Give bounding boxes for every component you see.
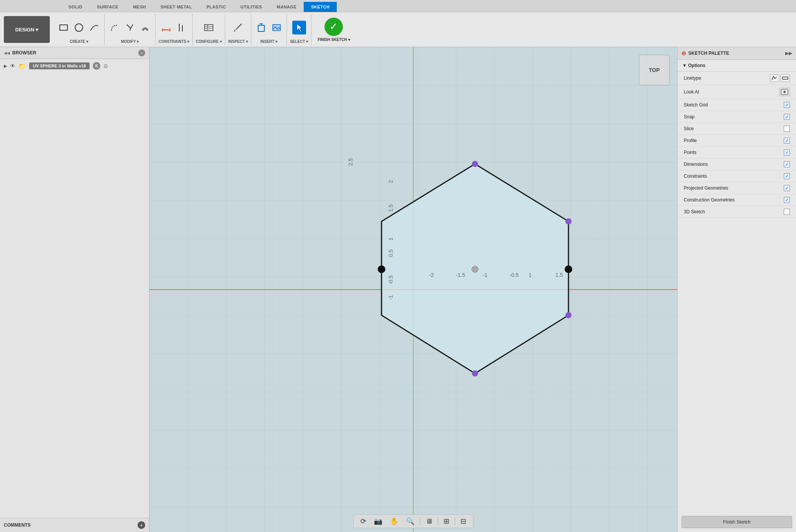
comments-label: COMMENTS <box>4 522 31 528</box>
inspect-label[interactable]: INSPECT ▾ <box>228 39 248 44</box>
view-cube-label: TOP <box>649 67 660 73</box>
select-tool[interactable] <box>292 21 306 34</box>
svg-line-3 <box>131 25 133 28</box>
projected-geometries-label: Projected Geometries <box>684 185 728 191</box>
linetype-option-1[interactable] <box>770 74 779 82</box>
trim-tool[interactable] <box>123 21 137 34</box>
finish-sketch-button[interactable]: ✓ FINISH SKETCH ▾ <box>311 14 356 45</box>
options-header[interactable]: ▼ Options <box>678 60 796 72</box>
vertex-bottom-right <box>565 312 572 318</box>
option-construction-geometries: Construction Geometries ✓ <box>678 194 796 206</box>
palette-expand-icon[interactable]: ▶▶ <box>785 51 792 56</box>
grid-label-15: 1.5 <box>388 204 394 212</box>
sketch-grid: 2.5 2 1.5 1 0.5 -0.5 -1 1 1.5 -0.5 -1 -1… <box>149 47 677 532</box>
design-dropdown[interactable]: DESIGN ▾ <box>4 16 50 43</box>
tab-manage[interactable]: MANAGE <box>269 2 304 12</box>
view-cube[interactable]: TOP <box>639 55 670 85</box>
tab-sketch[interactable]: SKETCH <box>304 2 337 12</box>
linetype-controls <box>770 74 790 82</box>
svg-rect-23 <box>149 47 677 532</box>
orbit-tool[interactable]: ⟳ <box>358 516 369 526</box>
left-bottom: COMMENTS + <box>0 518 149 532</box>
snap-label: Snap <box>684 114 694 119</box>
constraint-tool[interactable] <box>175 21 188 34</box>
linetype-option-2[interactable] <box>781 74 790 82</box>
grid-label-neg05: -0.5 <box>388 275 394 285</box>
dimension-tool[interactable] <box>159 21 173 34</box>
tab-solid[interactable]: SOLID <box>61 2 90 12</box>
display-mode[interactable]: 🖥 <box>423 517 435 526</box>
tab-mesh[interactable]: MESH <box>126 2 153 12</box>
points-checkbox[interactable]: ✓ <box>784 149 790 156</box>
view-options[interactable]: ⊟ <box>458 516 468 526</box>
target-icon[interactable]: ⊙ <box>103 63 108 69</box>
pan-tool[interactable]: ✋ <box>388 516 401 526</box>
select-label[interactable]: SELECT ▾ <box>290 39 308 44</box>
sketch-grid-checkbox[interactable]: ✓ <box>784 102 790 108</box>
browser-title: ◀◀ BROWSER <box>4 50 36 56</box>
dimensions-checkbox[interactable]: ✓ <box>784 161 790 167</box>
browser-collapse-button[interactable]: − <box>138 49 145 56</box>
profile-checkbox[interactable]: ✓ <box>784 138 790 144</box>
create-label[interactable]: CREATE ▾ <box>70 39 88 44</box>
sketch-palette-panel: ⊖ SKETCH PALETTE ▶▶ ▼ Options Linetype <box>677 47 796 532</box>
insert-image-tool[interactable] <box>270 21 283 34</box>
slice-checkbox[interactable] <box>784 126 790 132</box>
configure-label[interactable]: CONFIGURE ▾ <box>196 39 222 44</box>
bottom-toolbar: ⟳ 📷 ✋ 🔍 🖥 ⊞ ⊟ <box>353 514 473 528</box>
line-tool[interactable] <box>87 21 101 34</box>
svg-marker-20 <box>297 24 302 32</box>
fillet-tool[interactable] <box>108 21 121 34</box>
grid-label-1: 1 <box>388 237 394 241</box>
left-panel: ◀◀ BROWSER − ▶ 👁 📁 UV SPHERE 3 in Walls … <box>0 47 149 532</box>
look-at-button[interactable] <box>779 88 790 96</box>
tab-row: SOLID SURFACE MESH SHEET METAL PLASTIC U… <box>0 0 796 12</box>
grid-label-neg1: -1 <box>388 295 394 300</box>
tab-surface[interactable]: SURFACE <box>90 2 126 12</box>
palette-header: ⊖ SKETCH PALETTE ▶▶ <box>678 47 796 60</box>
rectangle-tool[interactable] <box>57 21 70 34</box>
folder-icon[interactable]: 📁 <box>18 62 26 70</box>
tab-utilities[interactable]: UTILITIES <box>233 2 269 12</box>
insert-label[interactable]: INSERT ▾ <box>260 39 277 44</box>
select-icons <box>292 15 306 39</box>
circle-tool[interactable] <box>72 21 86 34</box>
constraints-checkbox[interactable]: ✓ <box>784 173 790 179</box>
construction-geometries-label: Construction Geometries <box>684 197 735 203</box>
measure-tool[interactable] <box>231 21 245 34</box>
grid-label-2: 2 <box>388 180 394 183</box>
palette-finish-sketch-button[interactable]: Finish Sketch <box>681 516 792 528</box>
construction-geometries-checkbox[interactable]: ✓ <box>784 197 790 203</box>
k-badge: K <box>93 62 100 70</box>
constraints-option-label: Constraints <box>684 174 707 179</box>
parameters-tool[interactable] <box>202 21 216 34</box>
offset-tool[interactable] <box>138 21 152 34</box>
grid-label-h-neg2: -2 <box>429 272 434 278</box>
option-linetype: Linetype <box>678 72 796 85</box>
insert-plus-tool[interactable] <box>254 21 268 34</box>
separator-3 <box>455 517 455 525</box>
browser-collapse-arrows[interactable]: ◀◀ <box>4 51 10 55</box>
separator-2 <box>438 517 438 525</box>
insert-group: INSERT ▾ <box>251 14 287 45</box>
tab-sheetmetal[interactable]: SHEET METAL <box>153 2 199 12</box>
camera-tool[interactable]: 📷 <box>372 516 385 526</box>
center-handle[interactable] <box>471 265 479 273</box>
canvas-area[interactable]: 2.5 2 1.5 1 0.5 -0.5 -1 1 1.5 -0.5 -1 -1… <box>149 47 677 532</box>
add-comment-button[interactable]: + <box>138 521 145 529</box>
projected-geometries-checkbox[interactable]: ✓ <box>784 185 790 191</box>
tool-row: DESIGN ▾ CREATE ▾ <box>0 12 796 47</box>
modify-label[interactable]: MODIFY ▾ <box>121 39 139 44</box>
grid-toggle[interactable]: ⊞ <box>441 516 452 526</box>
3d-sketch-checkbox[interactable] <box>784 209 790 215</box>
option-look-at: Look At <box>678 85 796 99</box>
profile-label: Profile <box>684 138 697 143</box>
tab-plastic[interactable]: PLASTIC <box>199 2 233 12</box>
option-slice: Slice <box>678 123 796 135</box>
zoom-tool[interactable]: 🔍 <box>404 516 417 526</box>
item-expand-arrow[interactable]: ▶ <box>4 64 7 69</box>
constraints-label[interactable]: CONSTRAINTS ▾ <box>159 39 189 44</box>
snap-checkbox[interactable]: ✓ <box>784 114 790 120</box>
inspect-icons <box>231 15 245 39</box>
visibility-icon[interactable]: 👁 <box>10 63 15 69</box>
